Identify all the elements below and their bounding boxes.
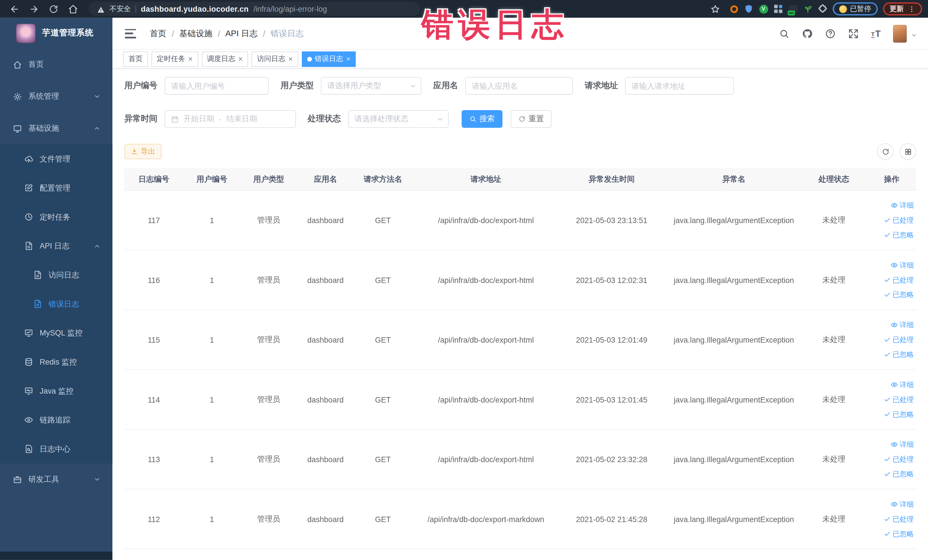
breadcrumb-item[interactable]: 首页 (150, 28, 166, 39)
user-menu[interactable] (893, 24, 917, 42)
action-已处理[interactable]: 已处理 (884, 215, 914, 225)
sidebar-item-error-log[interactable]: 错误日志 (0, 289, 112, 318)
action-已处理[interactable]: 已处理 (884, 454, 914, 464)
sidebar-item-home[interactable]: 首页 (0, 49, 112, 81)
column-settings-button[interactable] (899, 143, 916, 160)
font-size-icon[interactable]: TT (871, 29, 881, 38)
github-icon[interactable] (802, 28, 812, 39)
sidebar-item-mysql-monitor[interactable]: MySQL 监控 (0, 318, 112, 348)
sidebar-item-dev-tools[interactable]: 研发工具 (0, 463, 112, 495)
app-logo-row[interactable]: 芋道管理系统 (0, 18, 112, 49)
extension-grid-icon[interactable] (774, 4, 783, 14)
sidebar-item-scheduled-tasks[interactable]: 定时任务 (0, 203, 112, 232)
profile-paused-badge[interactable]: 已暂停 (833, 2, 878, 15)
table-header-row: 日志编号用户编号用户类型应用名请求方法名请求地址异常发生时间异常名处理状态操作 (124, 168, 916, 191)
sidebar-item-config-management[interactable]: 配置管理 (0, 174, 112, 203)
sidebar-item-infrastructure[interactable]: 基础设施 (0, 112, 112, 144)
close-icon[interactable]: × (188, 55, 193, 63)
request-url-input[interactable] (625, 77, 734, 95)
action-已忽略[interactable]: 已忽略 (884, 349, 914, 359)
close-icon[interactable]: × (288, 55, 293, 63)
search-button-label: 搜索 (479, 113, 495, 124)
breadcrumb-item[interactable]: 基础设施 (179, 28, 212, 39)
sidebar-item-trace[interactable]: 链路追踪 (0, 405, 112, 435)
browser-reload-icon[interactable] (49, 4, 58, 14)
action-详细[interactable]: 详细 (891, 499, 914, 509)
sidebar-item-system-management[interactable]: 系统管理 (0, 81, 112, 112)
cell-user_type: 管理员 (240, 275, 297, 285)
tab-调度日志[interactable]: 调度日志× (202, 51, 248, 67)
filter-user-type: 用户类型 请选择用户类型 (281, 77, 421, 95)
action-label: 已忽略 (893, 409, 914, 420)
tab-首页[interactable]: 首页 (123, 51, 148, 67)
browser-update-button[interactable]: 更新 (883, 2, 922, 15)
extension-switch-on-icon[interactable]: on (788, 4, 798, 14)
fullscreen-icon[interactable] (848, 28, 858, 39)
tab-定时任务[interactable]: 定时任务× (151, 51, 198, 67)
action-已忽略[interactable]: 已忽略 (884, 290, 914, 300)
sidebar-item-file-management[interactable]: 文件管理 (0, 144, 112, 174)
browser-forward-icon[interactable] (29, 4, 39, 14)
action-已忽略[interactable]: 已忽略 (884, 230, 914, 240)
sidebar-item-redis-monitor[interactable]: Redis 监控 (0, 348, 112, 377)
table-row: 1161管理员dashboardGET/api/infra/db-doc/exp… (124, 250, 916, 310)
search-icon[interactable] (779, 28, 789, 39)
action-已处理[interactable]: 已处理 (884, 335, 914, 345)
action-详细[interactable]: 详细 (891, 380, 914, 390)
close-icon[interactable]: × (238, 55, 243, 63)
action-详细[interactable]: 详细 (891, 260, 914, 270)
filter-request-url: 请求地址 (585, 77, 734, 95)
action-已忽略[interactable]: 已忽略 (884, 409, 914, 420)
error-log-table: 日志编号用户编号用户类型应用名请求方法名请求地址异常发生时间异常名处理状态操作 … (124, 168, 916, 549)
action-已处理[interactable]: 已处理 (884, 514, 914, 524)
cell-process_status: 未处理 (804, 514, 863, 524)
browser-menu-dots-icon[interactable] (908, 5, 916, 13)
action-label: 已忽略 (893, 349, 914, 359)
cloud-upload-icon (24, 154, 33, 163)
extensions-puzzle-icon[interactable] (818, 4, 827, 14)
browser-back-icon[interactable] (9, 4, 20, 14)
sidebar-item-access-log[interactable]: 访问日志 (0, 261, 112, 290)
cell-actions: 详细已处理已忽略 (864, 439, 920, 479)
refresh-table-button[interactable] (877, 143, 894, 160)
sidebar-item-label: API 日志 (40, 241, 70, 251)
address-divider (136, 5, 136, 13)
sidebar-item-api-logs[interactable]: API 日志 (0, 231, 112, 261)
user-id-input[interactable] (165, 77, 269, 95)
tab-错误日志[interactable]: 错误日志× (302, 51, 356, 67)
breadcrumb-item[interactable]: API 日志 (225, 28, 258, 39)
sidebar-toggle-button[interactable] (125, 29, 136, 38)
action-详细[interactable]: 详细 (891, 200, 914, 210)
update-label: 更新 (890, 4, 904, 14)
action-已处理[interactable]: 已处理 (884, 395, 914, 404)
sidebar-item-log-center[interactable]: 日志中心 (0, 435, 112, 464)
close-icon[interactable]: × (346, 55, 351, 63)
cell-request_url: /api/infra/db-doc/export-html (412, 216, 560, 224)
eye-icon (891, 500, 898, 508)
address-bar[interactable]: 不安全 dashboard.yudao.iocoder.cn/infra/log… (89, 2, 420, 16)
action-已处理[interactable]: 已处理 (884, 275, 914, 285)
reset-button[interactable]: 重置 (511, 110, 551, 128)
sidebar-item-java-monitor[interactable]: Java 监控 (0, 376, 112, 405)
user-type-select[interactable]: 请选择用户类型 (321, 77, 421, 95)
app-name-input[interactable] (465, 77, 573, 95)
help-icon[interactable] (825, 28, 835, 39)
search-button[interactable]: 搜索 (462, 110, 502, 128)
export-button[interactable]: 导出 (124, 144, 162, 159)
filter-app-name: 应用名 (433, 77, 573, 95)
action-已忽略[interactable]: 已忽略 (884, 529, 914, 539)
extension-adblock-icon[interactable] (729, 4, 739, 14)
extension-v-icon[interactable]: V (759, 4, 768, 14)
browser-home-icon[interactable] (68, 4, 78, 14)
action-已忽略[interactable]: 已忽略 (884, 469, 914, 479)
exception-time-range-picker[interactable]: 开始日期 - 结束日期 (165, 110, 296, 128)
cell-method: GET (354, 216, 412, 224)
extension-shield-icon[interactable] (744, 4, 753, 14)
extension-sprout-icon[interactable] (803, 4, 812, 14)
tab-访问日志[interactable]: 访问日志× (252, 51, 298, 67)
process-status-select[interactable]: 请选择处理状态 (348, 110, 449, 128)
cell-user_id: 1 (183, 276, 240, 284)
bookmark-star-icon[interactable] (710, 4, 720, 14)
action-详细[interactable]: 详细 (891, 439, 914, 449)
action-详细[interactable]: 详细 (891, 320, 914, 330)
